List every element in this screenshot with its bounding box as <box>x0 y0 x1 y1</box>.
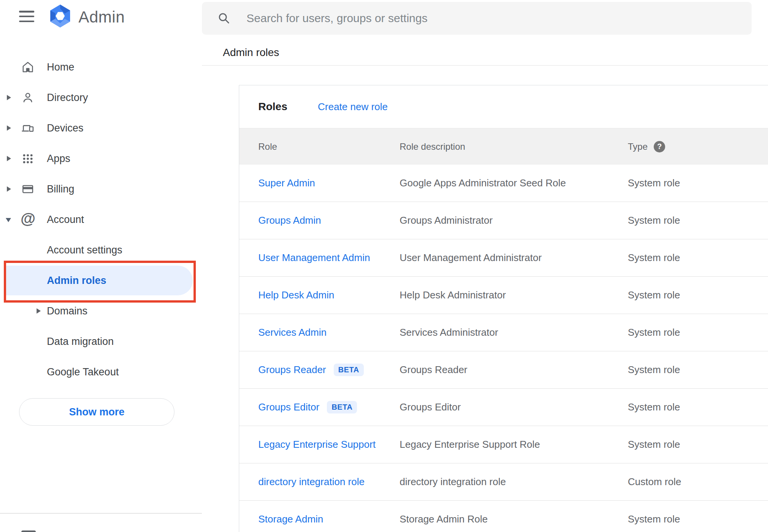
table-row: Groups Editor BETA Groups Editor System … <box>239 389 768 426</box>
role-type: System role <box>628 215 768 226</box>
role-type: System role <box>628 327 768 338</box>
chevron-right-icon[interactable] <box>7 95 11 100</box>
table-row: Groups Reader BETA Groups Reader System … <box>239 351 768 389</box>
sidebar-item-account-settings[interactable]: Account settings <box>0 235 202 265</box>
sidebar-item-label: Home <box>47 61 74 73</box>
sidebar-item-label: Directory <box>47 92 88 104</box>
sidebar-item-directory[interactable]: Directory <box>0 82 202 113</box>
table-row: Services Admin Services Administrator Sy… <box>239 314 768 351</box>
column-header-role: Role <box>258 141 400 152</box>
breadcrumb: Admin roles <box>223 46 279 59</box>
role-type: System role <box>628 177 768 189</box>
role-type: System role <box>628 364 768 376</box>
sidebar-item-data-migration[interactable]: Data migration <box>0 326 202 357</box>
roles-card: Roles Create new role Role Role descript… <box>239 85 768 532</box>
role-description: Legacy Enterprise Support Role <box>400 439 628 450</box>
sidebar-item-label: Account <box>47 214 84 226</box>
role-type: System role <box>628 401 768 413</box>
role-description: Services Administrator <box>400 327 628 338</box>
chevron-right-icon[interactable] <box>7 125 11 131</box>
chevron-right-icon[interactable] <box>7 156 11 161</box>
beta-badge: BETA <box>327 401 357 413</box>
sidebar: Admin Home Dir <box>0 0 202 532</box>
role-link[interactable]: Super Admin <box>258 177 315 189</box>
role-type: Custom role <box>628 476 768 488</box>
column-header-type-label: Type <box>628 141 648 152</box>
column-header-type: Type ? <box>628 141 768 152</box>
role-link[interactable]: Legacy Enterprise Support <box>258 439 376 450</box>
table-row: directory integration role directory int… <box>239 463 768 501</box>
search-bar <box>202 2 752 35</box>
role-link[interactable]: Groups Reader <box>258 364 326 376</box>
role-link[interactable]: Storage Admin <box>258 513 323 525</box>
role-description: directory integration role <box>400 476 628 488</box>
role-description: Storage Admin Role <box>400 513 628 525</box>
sidebar-item-domains[interactable]: Domains <box>0 296 202 326</box>
sidebar-item-home[interactable]: Home <box>0 52 202 82</box>
role-link[interactable]: Groups Editor <box>258 401 319 413</box>
role-link[interactable]: Services Admin <box>258 327 326 338</box>
clipped-bottom-icon <box>21 530 36 532</box>
home-icon <box>21 61 34 74</box>
table-row: Storage Admin Storage Admin Role System … <box>239 501 768 532</box>
table-row: User Management Admin User Management Ad… <box>239 239 768 277</box>
sidebar-divider <box>0 513 202 514</box>
role-link[interactable]: User Management Admin <box>258 252 370 264</box>
sidebar-item-label: Admin roles <box>47 275 106 287</box>
admin-logo-icon <box>48 4 72 28</box>
sidebar-item-label: Google Takeout <box>47 366 119 378</box>
sidebar-item-google-takeout[interactable]: Google Takeout <box>0 357 202 387</box>
header-divider <box>202 65 768 66</box>
role-description: Groups Administrator <box>400 215 628 226</box>
beta-badge: BETA <box>334 364 364 376</box>
chevron-down-icon[interactable] <box>6 218 11 222</box>
column-header-description: Role description <box>400 141 628 152</box>
sidebar-item-label: Billing <box>47 183 74 195</box>
sidebar-item-label: Data migration <box>47 336 114 348</box>
table-row: Super Admin Google Apps Administrator Se… <box>239 165 768 202</box>
menu-hamburger-icon[interactable] <box>19 11 34 22</box>
sidebar-item-admin-roles[interactable]: Admin roles <box>0 265 202 296</box>
help-icon[interactable]: ? <box>654 141 665 152</box>
role-description: Google Apps Administrator Seed Role <box>400 177 628 189</box>
role-type: System role <box>628 513 768 525</box>
at-sign-icon: @ <box>21 210 35 227</box>
roles-card-header: Roles Create new role <box>239 85 768 128</box>
role-description: User Management Administrator <box>400 252 628 264</box>
sidebar-item-account[interactable]: @ Account <box>0 204 202 235</box>
sidebar-item-label: Devices <box>47 122 83 134</box>
table-row: Groups Admin Groups Administrator System… <box>239 202 768 239</box>
sidebar-item-apps[interactable]: Apps <box>0 143 202 174</box>
person-icon <box>21 91 34 104</box>
table-row: Legacy Enterprise Support Legacy Enterpr… <box>239 426 768 463</box>
create-new-role-link[interactable]: Create new role <box>318 101 388 113</box>
role-link[interactable]: directory integration role <box>258 476 365 488</box>
chevron-right-icon[interactable] <box>37 308 41 314</box>
role-link[interactable]: Help Desk Admin <box>258 289 334 301</box>
role-description: Help Desk Administrator <box>400 289 628 301</box>
credit-card-icon <box>21 183 34 195</box>
role-description: Groups Editor <box>400 401 628 413</box>
sidebar-item-label: Apps <box>47 153 70 165</box>
sidebar-item-label: Domains <box>47 305 88 317</box>
chevron-right-icon[interactable] <box>7 186 11 192</box>
sidebar-item-billing[interactable]: Billing <box>0 174 202 204</box>
role-type: System role <box>628 439 768 450</box>
show-more-button[interactable]: Show more <box>19 398 174 426</box>
role-link[interactable]: Groups Admin <box>258 215 321 226</box>
sidebar-item-label: Account settings <box>47 244 122 256</box>
table-header-row: Role Role description Type ? <box>239 128 768 165</box>
sidebar-item-devices[interactable]: Devices <box>0 113 202 143</box>
role-description: Groups Reader <box>400 364 628 376</box>
role-type: System role <box>628 252 768 264</box>
table-row: Help Desk Admin Help Desk Administrator … <box>239 277 768 314</box>
product-title: Admin <box>78 8 125 26</box>
search-input[interactable] <box>202 2 752 35</box>
apps-grid-icon <box>21 152 34 165</box>
sidebar-nav: Home Directory <box>0 52 202 387</box>
devices-icon <box>21 122 34 135</box>
role-type: System role <box>628 289 768 301</box>
roles-title: Roles <box>258 101 287 113</box>
